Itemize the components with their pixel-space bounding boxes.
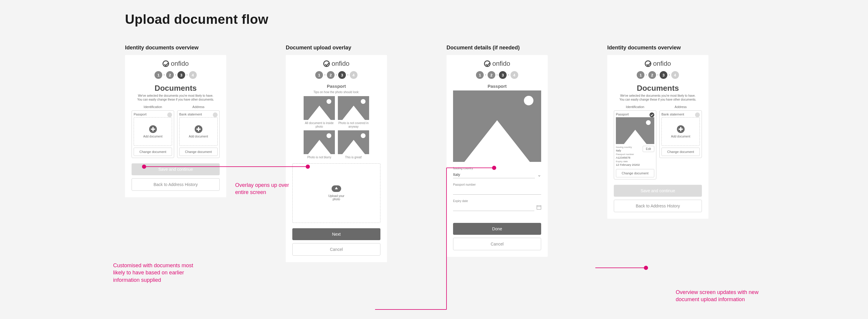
done-button[interactable]: Done [453, 223, 541, 235]
back-button[interactable]: Back to Address History [131, 178, 220, 191]
save-continue-button[interactable]: Save and continue [614, 185, 702, 197]
address-label: Address [659, 105, 702, 108]
tip-thumb [304, 96, 335, 120]
passport-thumb [616, 117, 654, 144]
expiry-date-label: Expiry date [453, 199, 541, 203]
logo: onfido [292, 60, 380, 68]
upload-dropzone[interactable]: Upload your photo [292, 163, 380, 223]
doc-details-title: Passport [453, 84, 541, 89]
tip-thumb [304, 130, 335, 154]
step-indicator: 1· 2· 3· 4 [131, 71, 220, 79]
back-button[interactable]: Back to Address History [614, 200, 702, 212]
passport-card[interactable]: Passport Add document Change document [131, 110, 174, 158]
upload-cloud-icon [332, 185, 341, 192]
step-indicator: 1· 2· 3· 4 [292, 71, 380, 79]
change-document-button[interactable]: Change document [661, 148, 700, 156]
col-label: Identity documents overview [607, 45, 708, 51]
cancel-button[interactable]: Cancel [453, 238, 541, 250]
logo-text: onfido [171, 60, 189, 68]
tips-intro: Tips on how the photo should look: [292, 91, 380, 94]
logo-text: onfido [492, 60, 510, 68]
svg-point-8 [644, 266, 648, 270]
annotation-overlay: Overlay opens up over entire screen [235, 182, 295, 196]
onfido-check-icon [162, 60, 169, 67]
expiry-date-input[interactable] [453, 204, 534, 211]
add-document-dropzone[interactable]: Add document [661, 117, 700, 146]
save-continue-button[interactable]: Save and continue [131, 163, 220, 175]
logo: onfido [614, 60, 702, 68]
col-overview-updated: Identity documents overview onfido 1· 2·… [607, 45, 708, 262]
passport-number-input[interactable] [453, 188, 541, 195]
status-check-icon [213, 113, 218, 117]
logo: onfido [453, 60, 541, 68]
page-title: Upload document flow [125, 12, 856, 27]
col-label: Document upload overlay [286, 45, 387, 51]
step-1: 1 [154, 71, 162, 79]
step-indicator: 1· 2· 3· 4 [614, 71, 702, 79]
bank-statement-card[interactable]: Bank statement Add document Change docum… [659, 110, 702, 158]
plus-icon [195, 125, 203, 133]
col-upload-overlay: Document upload overlay onfido 1· 2· 3· … [286, 45, 387, 262]
calendar-icon [537, 205, 541, 210]
add-document-dropzone[interactable]: Add document [179, 117, 218, 146]
identification-label: Identification [614, 105, 656, 108]
step-3: 3 [178, 71, 185, 79]
col-label: Identity documents overview [125, 45, 226, 51]
plus-icon [149, 125, 157, 133]
plus-icon [677, 125, 685, 133]
step-indicator: 1· 2· 3· 4 [453, 71, 541, 79]
issuing-country-select[interactable]: Italy [453, 171, 535, 178]
cancel-button[interactable]: Cancel [292, 243, 380, 256]
change-document-button[interactable]: Change document [134, 148, 172, 156]
document-preview [453, 91, 541, 162]
overlay-title: Passport [292, 84, 380, 89]
issuing-country-label: Issuing country [453, 167, 541, 170]
passport-number-label: Passport number [453, 183, 541, 186]
logo-text: onfido [332, 60, 349, 68]
documents-heading: Documents [614, 84, 702, 93]
status-check-icon [695, 113, 700, 117]
status-check-icon [167, 113, 172, 117]
col-document-details: Document details (if needed) onfido 1· 2… [446, 45, 548, 262]
status-check-icon [650, 113, 654, 117]
change-document-button[interactable]: Change document [179, 148, 218, 156]
documents-subtitle: We've selected the documents you're most… [614, 94, 702, 101]
passport-card-filled[interactable]: Passport Issuing country Italy Passport … [614, 110, 656, 180]
onfido-check-icon [645, 60, 651, 67]
tip-thumb [338, 96, 369, 120]
change-document-button[interactable]: Change document [616, 169, 654, 178]
edit-button[interactable]: Edit [643, 146, 654, 152]
logo: onfido [131, 60, 220, 68]
add-document-dropzone[interactable]: Add document [134, 117, 172, 146]
tip-thumb [338, 130, 369, 154]
chevron-down-icon: ⌄ [537, 172, 541, 178]
col-label: Document details (if needed) [446, 45, 548, 51]
documents-subtitle: We've selected the documents you're most… [131, 94, 220, 101]
address-label: Address [177, 105, 220, 108]
annotation-customised: Customised with documents most likely to… [113, 262, 203, 284]
documents-heading: Documents [131, 84, 220, 93]
logo-text: onfido [653, 60, 671, 68]
step-4: 4 [189, 71, 197, 79]
bank-statement-card[interactable]: Bank statement Add document Change docum… [177, 110, 220, 158]
onfido-check-icon [323, 60, 330, 67]
annotation-overview-updates: Overview screen updates with new documen… [676, 289, 771, 303]
identification-label: Identification [131, 105, 174, 108]
next-button[interactable]: Next [292, 228, 380, 240]
onfido-check-icon [484, 60, 491, 67]
col-overview-initial: Identity documents overview onfido 1· 2·… [125, 45, 226, 262]
step-2: 2 [166, 71, 174, 79]
